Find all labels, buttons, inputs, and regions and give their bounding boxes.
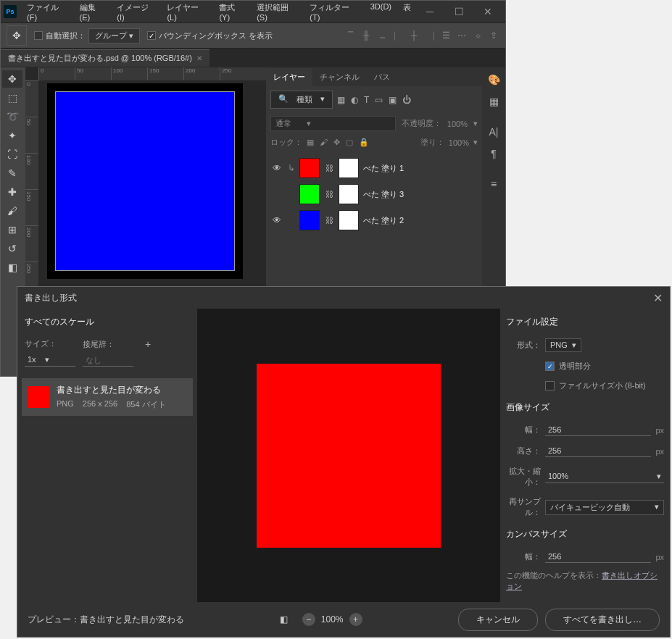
history-brush-tool[interactable]: ↺ — [2, 240, 22, 257]
visibility-toggle[interactable]: 👁 — [270, 163, 283, 173]
lock-brush-icon[interactable]: 🖌 — [320, 138, 328, 147]
two-up-icon[interactable]: ◧ — [280, 614, 288, 625]
size-dropdown[interactable]: 1x ▾ — [25, 354, 75, 367]
filter-adjust-icon[interactable]: ◐ — [351, 95, 358, 105]
format-dropdown[interactable]: PNG ▾ — [545, 338, 581, 352]
resample-dropdown[interactable]: バイキュービック自動 ▾ — [545, 500, 664, 515]
canvas-width-input[interactable] — [545, 551, 651, 563]
menu-layer[interactable]: レイヤー(L) — [162, 0, 212, 25]
link-icon[interactable]: ⛓ — [324, 190, 334, 199]
link-icon[interactable]: ⛓ — [324, 216, 334, 225]
brush-tool[interactable]: 🖌 — [2, 202, 22, 220]
export-preview-area[interactable] — [197, 309, 500, 602]
tab-channels[interactable]: チャンネル — [312, 68, 367, 86]
title-bar[interactable]: Ps ファイル(F) 編集(E) イメージ(I) レイヤー(L) 書式(Y) 選… — [1, 1, 505, 22]
fill-value[interactable]: 100% — [449, 138, 469, 147]
crop-tool[interactable]: ⛶ — [2, 146, 22, 163]
visibility-toggle[interactable]: 👁 — [270, 215, 283, 225]
opacity-value[interactable]: 100% — [447, 120, 468, 128]
add-scale-button[interactable]: + — [141, 338, 155, 350]
layer-row[interactable]: 👁 ↳ ⛓ べた 塗り 1 — [266, 155, 482, 181]
lock-artboard-icon[interactable]: ▢ — [346, 138, 353, 147]
mask-thumb[interactable] — [339, 210, 359, 230]
color-panel-icon[interactable]: 🎨 — [486, 72, 502, 88]
width-input[interactable] — [545, 424, 651, 436]
menu-select[interactable]: 選択範囲(S) — [252, 0, 302, 25]
close-tab-icon[interactable]: ✕ — [196, 54, 202, 62]
suffix-input[interactable] — [83, 354, 133, 367]
align-hcenter-icon[interactable]: ┼ — [408, 30, 420, 41]
zoom-out-button[interactable]: − — [302, 613, 315, 626]
menu-image[interactable]: イメージ(I) — [112, 0, 159, 25]
lock-pixels-icon[interactable]: ▦ — [307, 138, 314, 147]
menu-type[interactable]: 書式(Y) — [215, 0, 249, 25]
layer-row[interactable]: 👁 ⛓ べた 塗り 2 — [266, 207, 482, 233]
move-tool[interactable]: ✥ — [2, 70, 22, 88]
link-icon[interactable]: ⛓ — [324, 164, 334, 172]
menu-3d[interactable]: 3D(D) — [366, 0, 396, 25]
eyedropper-tool[interactable]: ✎ — [2, 164, 22, 182]
distribute-icon[interactable]: ☰ — [440, 30, 452, 41]
mask-thumb[interactable] — [339, 158, 359, 178]
layer-name[interactable]: べた 塗り 3 — [363, 189, 404, 200]
filter-smart-icon[interactable]: ▣ — [389, 95, 397, 105]
align-right-icon[interactable]: ⎹ — [424, 30, 436, 41]
layer-thumb[interactable] — [299, 210, 320, 230]
align-vcenter-icon[interactable]: ╫ — [360, 30, 372, 41]
menu-file[interactable]: ファイル(F) — [22, 0, 72, 25]
filter-type-icon[interactable]: T — [364, 95, 369, 105]
marquee-tool[interactable]: ⬚ — [2, 89, 22, 106]
tab-paths[interactable]: パス — [367, 68, 397, 86]
gradient-tool[interactable]: ◧ — [2, 259, 22, 276]
share-icon[interactable]: ⇪ — [488, 30, 499, 41]
auto-select-checkbox[interactable] — [34, 31, 43, 40]
filter-pixel-icon[interactable]: ▦ — [337, 95, 345, 105]
bounding-box-checkbox[interactable] — [147, 31, 156, 40]
height-input[interactable] — [545, 445, 651, 457]
align-left-icon[interactable]: ⎸ — [392, 30, 404, 41]
layer-row[interactable]: ⛓ べた 塗り 3 — [266, 181, 482, 207]
layer-thumb[interactable] — [299, 158, 320, 178]
layer-thumb[interactable] — [299, 184, 320, 204]
layer-filter-dropdown[interactable]: 🔍 種類 ▾ — [270, 91, 333, 109]
align-top-icon[interactable]: ⎺ — [344, 30, 356, 41]
properties-panel-icon[interactable]: ≡ — [486, 176, 502, 192]
heal-tool[interactable]: ✚ — [2, 183, 22, 201]
canvas[interactable] — [47, 83, 243, 279]
lasso-tool[interactable]: ➰ — [2, 108, 22, 125]
menu-view[interactable]: 表 — [399, 0, 415, 25]
small-8bit-checkbox[interactable] — [545, 381, 555, 390]
lock-position-icon[interactable]: ✥ — [333, 138, 340, 147]
filter-toggle-icon[interactable]: ⏻ — [402, 95, 411, 105]
zoom-in-button[interactable]: + — [349, 613, 362, 626]
magic-wand-tool[interactable]: ✦ — [2, 127, 22, 144]
move-tool-icon[interactable]: ✥ — [7, 25, 27, 46]
dialog-title-bar[interactable]: 書き出し形式 ✕ — [17, 287, 670, 309]
maximize-button[interactable]: ☐ — [444, 2, 473, 21]
menu-filter[interactable]: フィルター(T) — [305, 0, 362, 25]
export-all-button[interactable]: すべてを書き出し… — [545, 609, 660, 631]
character-panel-icon[interactable]: A| — [486, 124, 502, 140]
close-button[interactable]: ✕ — [473, 2, 502, 21]
cancel-button[interactable]: キャンセル — [458, 609, 538, 631]
minimize-button[interactable]: ─ — [415, 2, 444, 21]
blend-mode-dropdown[interactable]: 通常 ▾ — [270, 116, 396, 131]
filter-shape-icon[interactable]: ▭ — [375, 95, 383, 105]
tab-layers[interactable]: レイヤー — [266, 68, 312, 86]
align-bottom-icon[interactable]: ⎽ — [376, 30, 388, 41]
paragraph-panel-icon[interactable]: ¶ — [486, 146, 502, 162]
mask-thumb[interactable] — [339, 184, 359, 204]
more-icon[interactable]: ⋯ — [456, 30, 468, 41]
lock-all-icon[interactable]: 🔒 — [359, 138, 369, 147]
scale-dropdown[interactable]: 100%▾ — [545, 470, 664, 483]
transparent-checkbox[interactable] — [545, 362, 555, 371]
swatches-panel-icon[interactable]: ▦ — [486, 93, 502, 109]
zoom-value[interactable]: 100% — [321, 614, 344, 625]
auto-select-dropdown[interactable]: グループ ▾ — [88, 28, 140, 43]
3d-icon[interactable]: ⟐ — [472, 30, 484, 41]
asset-row[interactable]: 書き出すと見た目が変わる PNG 256 x 256 854 バイト — [22, 378, 193, 416]
document-tab[interactable]: 書き出すと見た目が変わる.psd @ 100% (RGB/16#) ✕ — [1, 49, 210, 67]
canvas-content[interactable] — [55, 91, 235, 271]
stamp-tool[interactable]: ⊞ — [2, 221, 22, 238]
dialog-close-button[interactable]: ✕ — [653, 291, 663, 305]
